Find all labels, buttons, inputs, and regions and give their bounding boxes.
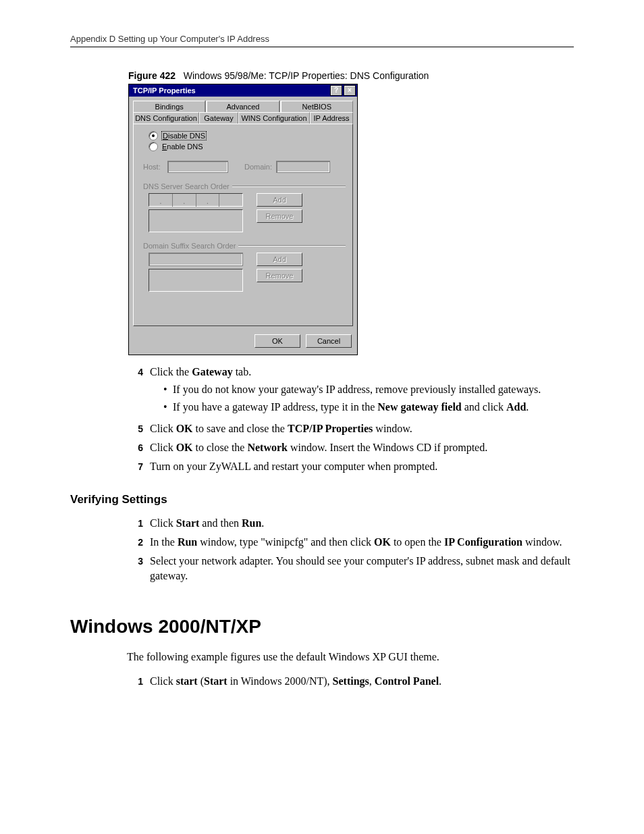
tab-panel-dns: Disable DNS Enable DNS Host: Domain: DNS…: [133, 124, 353, 326]
tab-bindings[interactable]: Bindings: [133, 101, 205, 112]
radio-icon: [149, 131, 158, 140]
verify-step-3: 3 Select your network adapter. You shoul…: [127, 554, 574, 583]
instructions-block-win2000: 1 Click start (Start in Windows 2000/NT)…: [127, 674, 574, 689]
dns-ip-input[interactable]: ...: [149, 193, 243, 207]
instructions-block-a: 4 Click the Gateway tab. • If you do not…: [127, 365, 574, 474]
heading-verifying: Verifying Settings: [70, 493, 574, 506]
running-header: Appendix D Setting up Your Computer's IP…: [70, 34, 574, 44]
radio-disable-dns[interactable]: Disable DNS: [149, 131, 346, 140]
win2000-step-1: 1 Click start (Start in Windows 2000/NT)…: [127, 674, 574, 689]
suffix-listbox[interactable]: [149, 269, 243, 292]
close-button[interactable]: ×: [344, 85, 356, 96]
titlebar: TCP/IP Properties ? ×: [129, 84, 357, 97]
step-4: 4 Click the Gateway tab. • If you do not…: [127, 365, 574, 417]
help-button[interactable]: ?: [330, 85, 342, 96]
tab-wins-configuration[interactable]: WINS Configuration: [238, 112, 310, 124]
verify-step-1: 1 Click Start and then Run.: [127, 516, 574, 531]
host-input[interactable]: [167, 161, 228, 173]
suffix-add-button[interactable]: Add: [257, 253, 302, 266]
dialog-title: TCP/IP Properties: [130, 86, 329, 95]
suffix-input[interactable]: [149, 253, 243, 266]
tab-advanced[interactable]: Advanced: [207, 101, 279, 112]
dns-listbox[interactable]: [149, 209, 243, 232]
cancel-button[interactable]: Cancel: [306, 334, 352, 348]
heading-win2000: Windows 2000/NT/XP: [70, 616, 574, 637]
header-rule: [70, 47, 574, 47]
section-intro: The following example figures use the de…: [127, 650, 574, 664]
tcpip-properties-dialog: TCP/IP Properties ? × Bindings Advanced …: [128, 84, 358, 355]
figure-caption: Figure 422 Windows 95/98/Me: TCP/IP Prop…: [128, 70, 574, 81]
step-4-bullet-1: • If you do not know your gateway's IP a…: [163, 382, 574, 397]
verify-step-2: 2 In the Run window, type "winipcfg" and…: [127, 535, 574, 550]
group-domain-suffix: Domain Suffix Search Order: [143, 242, 346, 250]
domain-input[interactable]: [276, 161, 330, 173]
tab-dns-configuration[interactable]: DNS Configuration: [133, 112, 199, 124]
step-6: 6 Click OK to close the Network window. …: [127, 440, 574, 455]
radio-icon: [149, 142, 158, 151]
dns-add-button[interactable]: Add: [257, 193, 302, 207]
suffix-remove-button[interactable]: Remove: [257, 269, 302, 282]
step-7: 7 Turn on your ZyWALL and restart your c…: [127, 459, 574, 474]
dns-remove-button[interactable]: Remove: [257, 209, 302, 223]
tab-ip-address[interactable]: IP Address: [310, 112, 353, 124]
domain-label: Domain:: [244, 163, 272, 171]
radio-enable-dns[interactable]: Enable DNS: [149, 142, 346, 151]
step-4-bullet-2: • If you have a gateway IP address, type…: [163, 400, 574, 415]
instructions-block-verifying: 1 Click Start and then Run. 2 In the Run…: [127, 516, 574, 583]
host-label: Host:: [143, 163, 163, 171]
ok-button[interactable]: OK: [254, 334, 300, 348]
tab-gateway[interactable]: Gateway: [199, 112, 238, 124]
tab-netbios[interactable]: NetBIOS: [281, 101, 353, 112]
step-5: 5 Click OK to save and close the TCP/IP …: [127, 421, 574, 436]
group-dns-search-order: DNS Server Search Order: [143, 182, 346, 190]
